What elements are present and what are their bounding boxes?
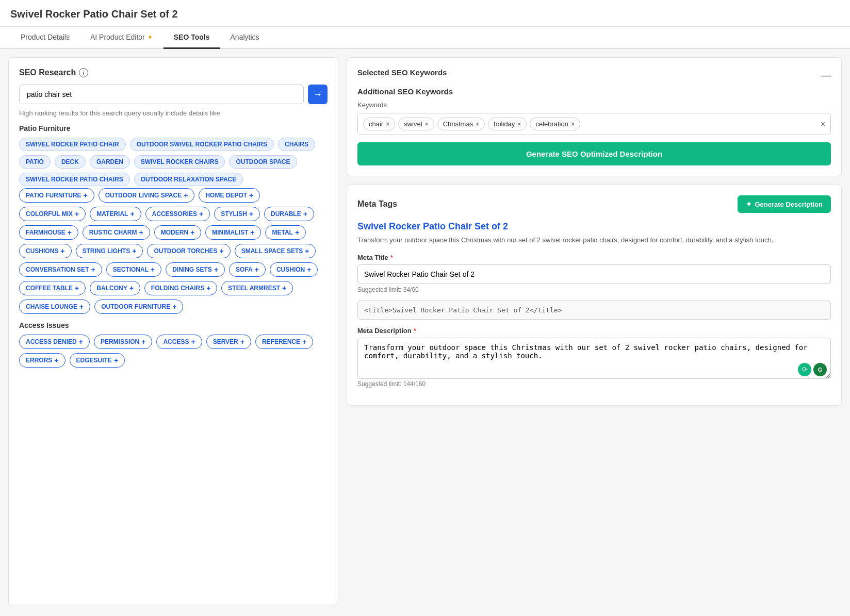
tag-plus-icon: + bbox=[68, 228, 72, 237]
generate-seo-button[interactable]: Generate SEO Optimized Description bbox=[357, 142, 831, 165]
tag-plus-icon: + bbox=[240, 338, 244, 346]
tag-plus-icon: + bbox=[303, 210, 307, 218]
tag-filled[interactable]: SWIVEL ROCKER PATIO CHAIRS bbox=[19, 173, 130, 186]
tag-plus-icon: + bbox=[191, 338, 195, 346]
required-star-desc: * bbox=[414, 327, 416, 335]
tab-product-details[interactable]: Product Details bbox=[10, 27, 80, 49]
tag-outlined[interactable]: METAL+ bbox=[265, 225, 306, 240]
tag-filled[interactable]: GARDEN bbox=[90, 155, 130, 169]
tag-outlined[interactable]: STEEL ARMREST+ bbox=[221, 281, 293, 295]
product-title-preview: Swivel Rocker Patio Chair Set of 2 bbox=[357, 221, 831, 232]
tag-plus-icon: + bbox=[54, 356, 58, 364]
tag-outlined[interactable]: HOME DEPOT+ bbox=[199, 188, 260, 203]
tag-plus-icon: + bbox=[132, 247, 136, 255]
search-input[interactable] bbox=[19, 85, 304, 104]
grammarly-icon[interactable]: G bbox=[813, 363, 827, 376]
collapse-button[interactable]: — bbox=[821, 70, 831, 80]
tag-filled[interactable]: OUTDOOR SPACE bbox=[229, 155, 297, 169]
chip-remove-icon[interactable]: × bbox=[476, 121, 479, 128]
tag-outlined[interactable]: STRING LIGHTS+ bbox=[76, 244, 143, 258]
keyword-chip: Christmas × bbox=[437, 118, 485, 130]
tag-filled[interactable]: SWIVEL ROCKER PATIO CHAIR bbox=[19, 138, 126, 151]
tag-outlined[interactable]: SECTIONAL+ bbox=[106, 262, 162, 277]
tag-outlined[interactable]: DURABLE+ bbox=[264, 207, 314, 221]
meta-title-hint: Suggested limit: 34/60 bbox=[357, 286, 831, 293]
tag-outlined-access[interactable]: EDGESUITE+ bbox=[70, 353, 125, 368]
filled-tags: SWIVEL ROCKER PATIO CHAIROUTDOOR SWIVEL … bbox=[19, 138, 328, 186]
chip-remove-icon[interactable]: × bbox=[517, 121, 521, 128]
keyword-chip: chair × bbox=[363, 118, 395, 130]
tag-filled[interactable]: SWIVEL ROCKER CHAIRS bbox=[134, 155, 225, 169]
tab-seo-tools[interactable]: SEO Tools bbox=[164, 27, 220, 49]
tag-outlined[interactable]: MATERIAL+ bbox=[90, 207, 141, 221]
chips-clear-all[interactable]: × bbox=[821, 120, 825, 129]
tag-plus-icon: + bbox=[206, 284, 210, 292]
tab-analytics[interactable]: Analytics bbox=[220, 27, 270, 49]
tag-outlined[interactable]: COLORFUL MIX+ bbox=[19, 207, 86, 221]
required-star: * bbox=[390, 254, 393, 261]
tag-outlined-access[interactable]: SERVER+ bbox=[206, 335, 251, 349]
tag-outlined[interactable]: COFFEE TABLE+ bbox=[19, 281, 86, 295]
ai-rewrite-icon[interactable]: ⟳ bbox=[798, 363, 811, 376]
meta-desc-hint: Suggested limit: 144/160 bbox=[357, 380, 831, 388]
tag-outlined[interactable]: STYLISH+ bbox=[214, 207, 260, 221]
meta-title-input[interactable] bbox=[357, 264, 831, 284]
meta-tags-title: Meta Tags bbox=[357, 199, 397, 209]
tag-outlined[interactable]: CUSHION+ bbox=[270, 262, 318, 277]
additional-keywords-title: Additional SEO Keywords bbox=[357, 87, 831, 96]
meta-desc-wrap: Transform your outdoor space this Christ… bbox=[357, 338, 831, 380]
tag-outlined[interactable]: RUSTIC CHARM+ bbox=[83, 225, 150, 240]
tag-plus-icon: + bbox=[84, 191, 88, 199]
tag-plus-icon: + bbox=[151, 265, 155, 274]
chip-remove-icon[interactable]: × bbox=[571, 121, 575, 128]
tag-plus-icon: + bbox=[302, 338, 306, 346]
tag-outlined[interactable]: OUTDOOR FURNITURE+ bbox=[94, 299, 183, 314]
tag-outlined-access[interactable]: REFERENCE+ bbox=[255, 335, 313, 349]
tag-outlined[interactable]: CONVERSATION SET+ bbox=[19, 262, 102, 277]
chip-remove-icon[interactable]: × bbox=[425, 121, 429, 128]
tag-plus-icon: + bbox=[184, 191, 188, 199]
tag-outlined[interactable]: CUSHIONS+ bbox=[19, 244, 72, 258]
meta-title-label: Meta Title * bbox=[357, 254, 831, 261]
tag-outlined-access[interactable]: ACCESS DENIED+ bbox=[19, 335, 90, 349]
tag-outlined[interactable]: MINIMALIST+ bbox=[205, 225, 261, 240]
keyword-chip: holiday × bbox=[488, 118, 527, 130]
page-title: Swivel Rocker Patio Chair Set of 2 bbox=[0, 0, 850, 27]
tag-outlined[interactable]: OUTDOOR LIVING SPACE+ bbox=[99, 188, 195, 203]
tag-plus-icon: + bbox=[91, 265, 95, 274]
tag-filled[interactable]: OUTDOOR SWIVEL ROCKER PATIO CHAIRS bbox=[130, 138, 274, 151]
tag-plus-icon: + bbox=[307, 265, 311, 274]
tag-outlined[interactable]: FARMHOUSE+ bbox=[19, 225, 78, 240]
tag-outlined-access[interactable]: ACCESS+ bbox=[156, 335, 202, 349]
textarea-icons: ⟳ G bbox=[798, 363, 827, 376]
tab-ai-product-editor[interactable]: AI Product Editor✦ bbox=[80, 27, 164, 49]
tag-outlined[interactable]: PATIO FURNITURE+ bbox=[19, 188, 94, 203]
tag-outlined[interactable]: ACCESSORIES+ bbox=[145, 207, 210, 221]
tag-outlined[interactable]: BALCONY+ bbox=[90, 281, 140, 295]
generate-description-button[interactable]: ✦ Generate Description bbox=[738, 195, 831, 213]
product-desc-preview: Transform your outdoor space this Christ… bbox=[357, 235, 831, 245]
tag-plus-icon: + bbox=[249, 191, 253, 199]
tag-outlined[interactable]: DINING SETS+ bbox=[166, 262, 225, 277]
tag-outlined[interactable]: SMALL SPACE SETS+ bbox=[235, 244, 316, 258]
tag-outlined[interactable]: OUTDOOR TORCHES+ bbox=[147, 244, 230, 258]
search-button[interactable]: → bbox=[308, 85, 328, 104]
tag-outlined-access[interactable]: PERMISSION+ bbox=[94, 335, 153, 349]
tag-filled[interactable]: CHAIRS bbox=[278, 138, 315, 151]
tabs-bar: Product Details AI Product Editor✦ SEO T… bbox=[0, 27, 850, 49]
tag-filled[interactable]: PATIO bbox=[19, 155, 51, 169]
tag-outlined[interactable]: MODERN+ bbox=[154, 225, 202, 240]
tag-plus-icon: + bbox=[255, 265, 259, 274]
seo-research-heading: SEO Research i bbox=[19, 68, 328, 77]
group-title-access: Access Issues bbox=[19, 321, 328, 329]
meta-desc-textarea[interactable]: Transform your outdoor space this Christ… bbox=[357, 338, 831, 379]
tag-outlined[interactable]: SOFA+ bbox=[229, 262, 266, 277]
tag-outlined[interactable]: CHAISE LOUNGE+ bbox=[19, 299, 90, 314]
info-icon[interactable]: i bbox=[79, 68, 88, 77]
tag-filled[interactable]: OUTDOOR RELAXATION SPACE bbox=[134, 173, 243, 186]
tag-plus-icon: + bbox=[129, 284, 134, 292]
tag-outlined-access[interactable]: ERRORS+ bbox=[19, 353, 66, 368]
chip-remove-icon[interactable]: × bbox=[386, 121, 389, 128]
tag-filled[interactable]: DECK bbox=[55, 155, 86, 169]
tag-outlined[interactable]: FOLDING CHAIRS+ bbox=[144, 281, 218, 295]
